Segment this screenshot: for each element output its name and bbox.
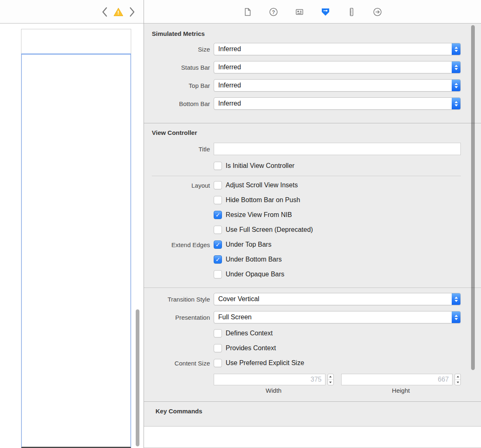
arrow-circle-icon	[373, 7, 382, 17]
row-size: Size Inferred	[144, 43, 481, 55]
transition-style-popup[interactable]: Cover Vertical	[214, 293, 461, 305]
height-stepper[interactable]	[455, 374, 461, 385]
under-top-bars-label: Under Top Bars	[226, 241, 271, 248]
popup-chevrons-icon	[452, 80, 460, 91]
under-opaque-bars-checkbox[interactable]	[214, 270, 222, 278]
help-glyph: ?	[272, 9, 275, 15]
document-icon	[243, 7, 252, 17]
popup-chevrons-icon	[452, 61, 460, 73]
row-bottom-bar: Bottom Bar Inferred	[144, 97, 481, 110]
tab-quick-help-inspector[interactable]: ?	[268, 7, 279, 17]
row-content-size: Content Size Use Preferred Explicit Size	[144, 359, 481, 367]
tab-size-inspector[interactable]	[346, 7, 357, 17]
panel-divider[interactable]	[144, 0, 144, 448]
row-layout-3: Use Full Screen (Deprecated)	[144, 226, 481, 234]
hide-bottom-bar-on-push-label: Hide Bottom Bar on Push	[226, 196, 300, 204]
hide-bottom-bar-on-push-checkbox[interactable]	[214, 196, 222, 204]
popup-chevrons-icon	[452, 293, 460, 305]
provides-context-label: Provides Context	[226, 344, 276, 352]
stepper-down-icon	[457, 382, 459, 383]
row-title: Title	[144, 143, 481, 155]
popup-chevrons-icon	[452, 98, 460, 109]
use-full-screen-checkbox[interactable]	[214, 226, 222, 234]
warning-indicator[interactable]: !	[113, 7, 124, 17]
under-bottom-bars-label: Under Bottom Bars	[226, 256, 282, 263]
back-button[interactable]	[101, 7, 108, 17]
width-field[interactable]	[214, 374, 325, 385]
provides-context-checkbox[interactable]	[214, 344, 222, 352]
ruler-icon	[347, 7, 356, 17]
title-label: Title	[144, 146, 214, 153]
size-popup[interactable]: Inferred	[214, 43, 461, 55]
status-bar-label: Status Bar	[144, 64, 214, 71]
resize-view-from-nib-label: Resize View From NIB	[226, 211, 292, 219]
size-label: Size	[144, 46, 214, 53]
presentation-popup-value: Full Screen	[214, 311, 452, 323]
presentation-label: Presentation	[144, 314, 214, 321]
width-field-label: Width	[214, 387, 334, 394]
bottom-bar-popup-value: Inferred	[214, 98, 452, 109]
top-bar-popup[interactable]: Inferred	[214, 79, 461, 92]
row-extend-edges-0: Extend Edges Under Top Bars	[144, 241, 481, 249]
inspector-scrollbar[interactable]	[471, 25, 475, 370]
storyboard-canvas[interactable]	[0, 24, 144, 448]
extend-edges-label: Extend Edges	[144, 241, 214, 248]
title-field[interactable]	[214, 143, 461, 155]
use-preferred-explicit-size-checkbox[interactable]	[214, 359, 222, 367]
height-field[interactable]	[341, 374, 453, 385]
scene-header[interactable]	[21, 29, 131, 54]
row-layout-2: Resize View From NIB	[144, 211, 481, 219]
row-layout-1: Hide Bottom Bar on Push	[144, 196, 481, 204]
chevron-right-icon	[129, 7, 135, 17]
is-initial-view-controller-checkbox[interactable]	[214, 162, 222, 170]
width-stepper[interactable]	[328, 374, 334, 385]
resize-view-from-nib-checkbox[interactable]	[214, 211, 222, 219]
tab-identity-inspector[interactable]	[294, 7, 305, 17]
status-bar-popup[interactable]: Inferred	[214, 61, 461, 73]
row-top-bar: Top Bar Inferred	[144, 79, 481, 92]
defines-context-label: Defines Context	[226, 330, 273, 337]
popup-chevrons-icon	[452, 43, 460, 55]
size-popup-value: Inferred	[214, 43, 452, 55]
tab-connections-inspector[interactable]	[372, 7, 383, 17]
under-opaque-bars-label: Under Opaque Bars	[226, 271, 284, 278]
row-layout-0: Layout Adjust Scroll View Insets	[144, 181, 481, 189]
view-controller-scene[interactable]	[21, 29, 131, 448]
tab-attributes-inspector[interactable]	[320, 7, 331, 17]
row-status-bar: Status Bar Inferred	[144, 61, 481, 73]
bottom-bar-label: Bottom Bar	[144, 100, 214, 107]
row-transition-style: Transition Style Cover Vertical	[144, 293, 481, 305]
defines-context-checkbox[interactable]	[214, 329, 222, 337]
section-title-key-commands: Key Commands	[156, 408, 481, 415]
inner-separator	[144, 288, 481, 288]
attributes-badge-icon	[320, 7, 331, 17]
row-extend-edges-1: Under Bottom Bars	[144, 255, 481, 264]
tab-file-inspector[interactable]	[242, 7, 253, 17]
section-title-view-controller: View Controller	[152, 129, 481, 136]
under-bottom-bars-checkbox[interactable]	[214, 255, 222, 264]
inspector-tab-bar: ?	[144, 0, 481, 24]
warning-glyph: !	[118, 9, 119, 16]
transition-style-popup-value: Cover Vertical	[214, 293, 452, 305]
bottom-bar-popup[interactable]: Inferred	[214, 97, 461, 110]
presentation-popup[interactable]: Full Screen	[214, 311, 461, 323]
stepper-up-icon	[457, 376, 459, 377]
use-preferred-explicit-size-label: Use Preferred Explicit Size	[226, 359, 304, 367]
inner-separator	[152, 176, 461, 176]
under-top-bars-checkbox[interactable]	[214, 241, 222, 249]
transition-style-label: Transition Style	[144, 296, 214, 303]
stepper-up-icon	[329, 376, 332, 377]
scene-root-view[interactable]	[21, 54, 131, 448]
adjust-scroll-view-insets-checkbox[interactable]	[214, 181, 222, 189]
row-is-initial: Is Initial View Controller	[144, 162, 481, 170]
warning-triangle-icon: !	[113, 7, 124, 17]
key-commands-table[interactable]	[144, 426, 481, 448]
adjust-scroll-view-insets-label: Adjust Scroll View Insets	[226, 182, 298, 189]
popup-chevrons-icon	[452, 311, 460, 323]
forward-button[interactable]	[129, 7, 135, 17]
use-full-screen-label: Use Full Screen (Deprecated)	[226, 226, 313, 233]
row-presentation: Presentation Full Screen	[144, 311, 481, 323]
row-provides-context: Provides Context	[144, 344, 481, 352]
layout-label: Layout	[144, 182, 214, 189]
canvas-scrollbar[interactable]	[136, 309, 139, 446]
